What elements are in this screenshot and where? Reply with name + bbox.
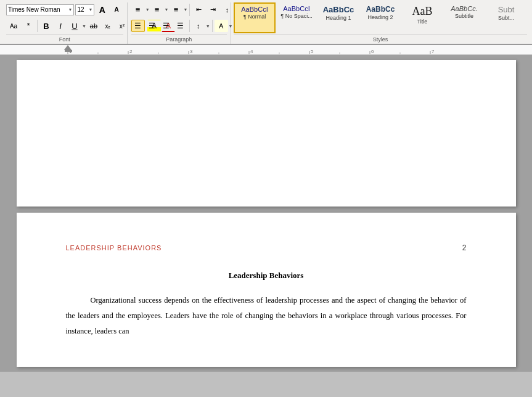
paragraph-1: Organizational success depends on the ef… [66,293,467,339]
font-shrink-button[interactable]: A [110,4,123,16]
subscript-button[interactable]: x₂ [101,20,115,32]
style-subtle-label: Subt... [498,15,514,21]
font-grow-button[interactable]: A [96,4,108,16]
doc-body: Organizational success depends on the ef… [66,293,467,339]
font-name-arrow: ▼ [68,7,72,12]
svg-rect-1 [0,54,532,55]
page-2: LEADERSHIP BEHAVIORS 2 Leadership Behavi… [17,213,516,367]
justify-button[interactable]: ☰ [174,20,187,32]
font-size-arrow: ▼ [88,7,92,12]
style-heading2-preview: AaBbCc [366,5,395,14]
document-area: LEADERSHIP BEHAVIORS 2 Leadership Behavi… [0,55,532,372]
svg-text:3: 3 [190,49,193,54]
bullets-arrow[interactable]: ▼ [145,7,150,12]
underline-arrow[interactable]: ▼ [82,24,86,28]
numbering-button[interactable]: ≡ [150,4,164,16]
clear-format-button[interactable]: * [22,20,35,32]
font-divider1 [37,20,38,32]
paragraph-section-label: Paragraph [131,35,227,43]
svg-rect-0 [0,45,532,55]
style-normal-preview: AaBbCcI [241,6,268,13]
line-spacing-arrow[interactable]: ▼ [206,24,210,28]
style-heading1-preview: AaBbCc [323,5,354,14]
style-heading2[interactable]: AaBbCc Heading 2 [359,2,401,33]
underline-button[interactable]: U [68,20,81,32]
style-no-spacing[interactable]: AaBbCcI ¶ No Spaci... [276,2,317,33]
style-subtitle-label: Subtitle [455,13,473,19]
style-heading2-label: Heading 2 [367,14,393,20]
style-title-label: Title [417,18,428,25]
styles-list: AaBbCcI ¶ Normal AaBbCcI ¶ No Spaci... A… [234,2,527,33]
strikethrough-button[interactable]: ab [87,20,100,32]
font-section-label: Font [6,35,123,43]
paragraph-section: ≡ ▼ ≡ ▼ ≡ ▼ ⇤ ⇥ ↕ ¶ ☰ ☰ ☰ ☰ [128,2,231,44]
ribbon-row: Times New Roman ▼ 12 ▼ A A Aa * B [0,0,532,44]
font-size-dropdown[interactable]: 12 ▼ [75,4,94,15]
shading-button[interactable]: A [215,20,228,32]
style-subtle-preview: Subt [498,5,515,14]
ribbon: Times New Roman ▼ 12 ▼ A A Aa * B [0,0,532,45]
style-title[interactable]: AaB Title [401,2,443,33]
italic-button[interactable]: I [54,20,67,32]
style-subtle[interactable]: Subt Subt... [485,2,527,33]
multilevel-button[interactable]: ≡ [170,4,183,16]
line-spacing-button[interactable]: ↕ [192,20,205,32]
svg-text:4: 4 [250,49,253,54]
svg-text:6: 6 [371,49,374,54]
superscript-button[interactable]: x² [115,20,129,32]
styles-section-label: Styles [234,35,527,43]
font-name-dropdown[interactable]: Times New Roman ▼ [6,4,74,15]
para-divider3 [212,20,213,32]
page-1 [17,60,516,207]
increase-indent-button[interactable]: ⇥ [206,4,219,16]
style-no-spacing-label: ¶ No Spaci... [280,13,312,19]
ruler-svg: 1 2 3 4 5 6 7 [0,45,532,55]
svg-rect-23 [65,50,72,52]
para-divider2 [189,20,190,32]
style-normal[interactable]: AaBbCcI ¶ Normal [234,2,276,33]
style-no-spacing-preview: AaBbCcI [283,5,309,12]
para-divider1 [189,4,190,16]
page-header: LEADERSHIP BEHAVIORS 2 [66,244,467,252]
style-heading1[interactable]: AaBbCc Heading 1 [317,2,359,33]
style-normal-label: ¶ Normal [243,14,266,20]
header-title: LEADERSHIP BEHAVIORS [66,244,162,252]
styles-section: AaBbCcI ¶ Normal AaBbCcI ¶ No Spaci... A… [231,2,530,44]
numbering-arrow[interactable]: ▼ [165,7,169,12]
doc-title: Leadership Behaviors [66,271,467,280]
font-name-label: Times New Roman [8,6,60,13]
align-left-button[interactable]: ☰ [131,20,145,32]
ruler-content: 1 2 3 4 5 6 7 [0,45,532,54]
style-heading1-label: Heading 1 [325,15,351,21]
paragraph-controls: ≡ ▼ ≡ ▼ ≡ ▼ ⇤ ⇥ ↕ ¶ ☰ ☰ ☰ ☰ [131,2,227,33]
multilevel-arrow[interactable]: ▼ [184,7,188,12]
style-title-preview: AaB [412,5,433,18]
change-case-button[interactable]: Aa [6,20,21,32]
style-subtitle-preview: AaBbCc. [451,5,477,12]
font-section: Times New Roman ▼ 12 ▼ A A Aa * B [2,2,128,44]
page-number: 2 [462,244,467,252]
font-size-label: 12 [77,6,84,13]
font-controls: Times New Roman ▼ 12 ▼ A A Aa * B [6,2,123,33]
bold-button[interactable]: B [39,20,53,32]
style-subtitle[interactable]: AaBbCc. Subtitle [443,2,485,33]
decrease-indent-button[interactable]: ⇤ [192,4,205,16]
align-right-button[interactable]: ☰ [160,20,173,32]
svg-text:5: 5 [311,49,314,54]
ruler: 1 2 3 4 5 6 7 [0,45,532,55]
bullets-button[interactable]: ≡ [131,4,145,16]
align-center-button[interactable]: ☰ [145,20,159,32]
svg-text:2: 2 [129,49,133,54]
svg-text:7: 7 [432,49,435,54]
